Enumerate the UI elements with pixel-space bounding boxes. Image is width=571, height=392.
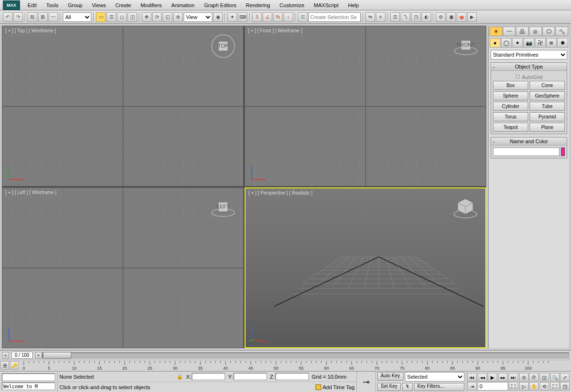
menu-group[interactable]: Group: [63, 1, 88, 10]
tab-display[interactable]: 🖵: [542, 27, 555, 36]
prev-frame-button[interactable]: ◂◂: [478, 373, 487, 382]
viewcube-left[interactable]: LEFT: [210, 195, 236, 221]
percent-snap-button[interactable]: %: [273, 12, 283, 22]
subtab-spacewarps[interactable]: ≋: [546, 38, 557, 48]
goto-frame-button[interactable]: ⇥: [467, 382, 477, 391]
trackbar-keys-button[interactable]: 🔑: [10, 361, 19, 370]
selection-filter-select[interactable]: All: [63, 12, 91, 22]
primitive-cylinder-button[interactable]: Cylinder: [493, 102, 528, 111]
rollout-header[interactable]: -Name and Color: [491, 137, 567, 146]
tab-create[interactable]: ✳: [490, 27, 502, 36]
tab-hierarchy[interactable]: 品: [516, 27, 529, 36]
zoom-button[interactable]: 🔍: [550, 373, 560, 382]
menu-rendering[interactable]: Rendering: [241, 1, 275, 10]
menu-graph-editors[interactable]: Graph Editors: [199, 1, 241, 10]
add-time-tag-button[interactable]: Add Time Tag: [315, 384, 354, 390]
angle-snap-button[interactable]: ∠: [263, 12, 272, 22]
minmax-toggle-button[interactable]: ◳: [560, 382, 570, 391]
time-slider-track[interactable]: [42, 353, 569, 358]
menu-maxscript[interactable]: MAXScript: [309, 1, 344, 10]
render-production-button[interactable]: 🫖: [457, 12, 466, 22]
render-iterative-button[interactable]: ▶: [467, 12, 477, 22]
primitive-teapot-button[interactable]: Teapot: [493, 123, 528, 132]
goto-end-button[interactable]: ⏭: [509, 373, 518, 382]
auto-key-button[interactable]: Auto Key: [377, 372, 404, 381]
subtab-helpers[interactable]: 卍: [535, 38, 546, 48]
key-mode-button[interactable]: ↯: [402, 383, 413, 391]
subtab-systems[interactable]: ✱: [557, 38, 568, 48]
trackbar-toggle-button[interactable]: ☰: [0, 361, 9, 370]
play-button[interactable]: ▶: [488, 373, 497, 382]
select-object-button[interactable]: ▭: [96, 12, 106, 22]
subtab-cameras[interactable]: 📷: [523, 38, 534, 48]
viewport-left[interactable]: [ + ] [ Left ] [ Wireframe ] LEFT xz: [2, 187, 244, 348]
pan-button[interactable]: ✋: [529, 382, 539, 391]
object-color-swatch[interactable]: [561, 147, 565, 156]
mirror-button[interactable]: ⇋: [365, 12, 375, 22]
menu-animation[interactable]: Animation: [167, 1, 199, 10]
next-frame-button[interactable]: ▸▸: [498, 373, 508, 382]
viewport-front[interactable]: [ + ] [ Front ] [ Wireframe ] FRONT xz: [245, 26, 486, 186]
viewcube-front[interactable]: FRONT: [453, 33, 479, 59]
undo-button[interactable]: ↶: [3, 12, 12, 22]
named-selection-input[interactable]: [308, 12, 361, 22]
material-editor-button[interactable]: ◐: [422, 12, 431, 22]
maximize-viewport-button[interactable]: ⛶: [550, 382, 560, 391]
time-config-button[interactable]: ⏱: [529, 373, 539, 382]
timeslider-prev-button[interactable]: <: [2, 352, 9, 359]
reference-coordinate-button[interactable]: ⊕: [173, 12, 183, 22]
tab-modify[interactable]: 〰: [503, 27, 516, 36]
subtab-lights[interactable]: ✦: [512, 38, 523, 48]
primitive-box-button[interactable]: Box: [493, 81, 528, 90]
unlink-button[interactable]: ⛓̸: [38, 12, 48, 22]
viewport-left-label[interactable]: [ + ] [ Left ] [ Wireframe ]: [5, 190, 57, 195]
tab-motion[interactable]: ◎: [529, 27, 542, 36]
select-by-name-button[interactable]: ☰: [107, 12, 116, 22]
subtab-shapes[interactable]: ◯: [501, 38, 512, 48]
bind-spacewarp-button[interactable]: 〰: [49, 12, 58, 22]
y-coord-input[interactable]: [234, 373, 267, 380]
autogrid-checkbox[interactable]: ☐AutoGrid: [493, 73, 565, 81]
tab-utilities[interactable]: 🔨: [555, 27, 568, 36]
goto-start-button[interactable]: ⏮: [467, 373, 477, 382]
render-setup-button[interactable]: ⚙: [436, 12, 445, 22]
viewport-front-label[interactable]: [ + ] [ Front ] [ Wireframe ]: [248, 28, 302, 33]
viewport-top[interactable]: [ + ] [ Top ] [ Wireframe ] TOP xz: [2, 26, 244, 186]
menu-create[interactable]: Create: [110, 1, 136, 10]
redo-button[interactable]: ↷: [13, 12, 23, 22]
orbit-button[interactable]: ⟲: [540, 382, 549, 391]
primitive-torus-button[interactable]: Torus: [493, 112, 528, 121]
spinner-snap-button[interactable]: ↕: [284, 12, 293, 22]
primitive-plane-button[interactable]: Plane: [530, 123, 565, 132]
keyboard-shortcut-button[interactable]: ⌨: [238, 12, 247, 22]
window-crossing-button[interactable]: ◫: [128, 12, 137, 22]
viewport-top-label[interactable]: [ + ] [ Top ] [ Wireframe ]: [5, 28, 56, 33]
menu-help[interactable]: Help: [344, 1, 364, 10]
set-key-button[interactable]: Set Key: [377, 383, 401, 391]
scale-button[interactable]: ◱: [163, 12, 172, 22]
script-macro-input[interactable]: [2, 382, 55, 390]
x-coord-input[interactable]: [192, 373, 225, 380]
transform-lock-icon[interactable]: 🔒: [177, 373, 183, 380]
schematic-view-button[interactable]: ◳: [411, 12, 421, 22]
primitive-pyramid-button[interactable]: Pyramid: [530, 112, 565, 121]
viewcube-perspective[interactable]: [452, 195, 479, 222]
primitive-geosphere-button[interactable]: GeoSphere: [530, 91, 565, 100]
fov-button[interactable]: ▷: [519, 382, 529, 391]
curve-editor-button[interactable]: 〽: [401, 12, 410, 22]
menu-views[interactable]: Views: [87, 1, 110, 10]
z-coord-input[interactable]: [276, 373, 309, 380]
rollout-header[interactable]: -Object Type: [491, 63, 567, 71]
layer-manager-button[interactable]: ☰: [390, 12, 400, 22]
isolate-selection-button[interactable]: ◲: [540, 373, 549, 382]
primitive-sphere-button[interactable]: Sphere: [493, 91, 528, 100]
key-filters-button[interactable]: Key Filters...: [414, 383, 464, 391]
move-button[interactable]: ✥: [142, 12, 151, 22]
coordinate-system-select[interactable]: View: [184, 12, 212, 22]
menu-customize[interactable]: Customize: [275, 1, 309, 10]
zoom-all-button[interactable]: ⤢: [560, 373, 570, 382]
snap-toggle-button[interactable]: 3: [252, 12, 262, 22]
object-name-input[interactable]: [493, 147, 560, 156]
rendered-frame-button[interactable]: ▣: [446, 12, 456, 22]
link-button[interactable]: ⛓: [28, 12, 37, 22]
